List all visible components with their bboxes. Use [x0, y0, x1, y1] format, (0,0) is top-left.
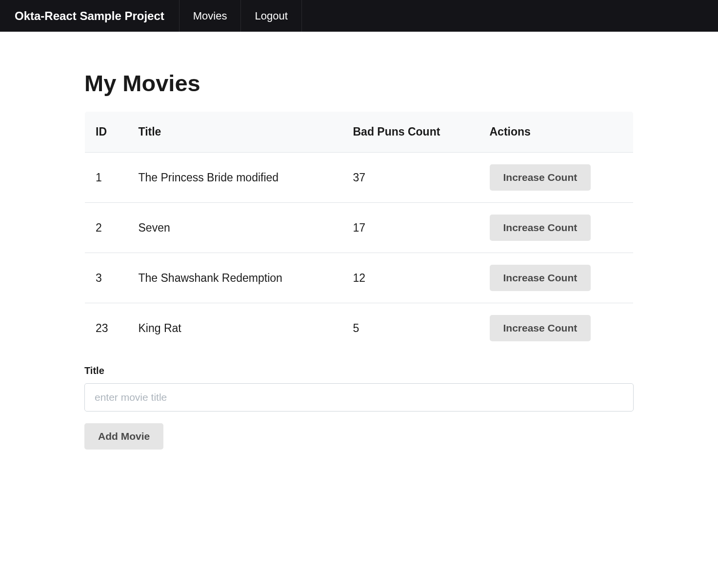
navbar-brand[interactable]: Okta-React Sample Project [0, 0, 180, 32]
cell-title: Seven [129, 203, 343, 253]
header-count: Bad Puns Count [343, 112, 480, 153]
page-title: My Movies [84, 70, 634, 97]
table-row: 1 The Princess Bride modified 37 Increas… [85, 153, 634, 203]
nav-link-movies[interactable]: Movies [180, 0, 241, 32]
title-label: Title [84, 365, 634, 376]
header-actions: Actions [480, 112, 634, 153]
cell-actions: Increase Count [480, 153, 634, 203]
cell-actions: Increase Count [480, 303, 634, 353]
table-header-row: ID Title Bad Puns Count Actions [85, 112, 634, 153]
cell-title: The Shawshank Redemption [129, 253, 343, 303]
increase-count-button[interactable]: Increase Count [490, 315, 591, 341]
nav-link-logout[interactable]: Logout [241, 0, 301, 32]
table-row: 3 The Shawshank Redemption 12 Increase C… [85, 253, 634, 303]
header-title: Title [129, 112, 343, 153]
increase-count-button[interactable]: Increase Count [490, 265, 591, 291]
increase-count-button[interactable]: Increase Count [490, 164, 591, 191]
cell-title: The Princess Bride modified [129, 153, 343, 203]
table-body: 1 The Princess Bride modified 37 Increas… [85, 153, 634, 353]
cell-actions: Increase Count [480, 203, 634, 253]
movies-table: ID Title Bad Puns Count Actions 1 The Pr… [84, 111, 634, 353]
cell-id: 23 [85, 303, 129, 353]
cell-count: 37 [343, 153, 480, 203]
title-input[interactable] [84, 383, 634, 412]
add-movie-button[interactable]: Add Movie [84, 423, 163, 450]
cell-title: King Rat [129, 303, 343, 353]
table-row: 23 King Rat 5 Increase Count [85, 303, 634, 353]
increase-count-button[interactable]: Increase Count [490, 215, 591, 241]
main-container: My Movies ID Title Bad Puns Count Action… [74, 70, 644, 450]
cell-count: 5 [343, 303, 480, 353]
cell-id: 2 [85, 203, 129, 253]
add-movie-form: Title Add Movie [84, 365, 634, 450]
cell-id: 3 [85, 253, 129, 303]
table-row: 2 Seven 17 Increase Count [85, 203, 634, 253]
cell-count: 12 [343, 253, 480, 303]
cell-count: 17 [343, 203, 480, 253]
navbar: Okta-React Sample Project Movies Logout [0, 0, 718, 32]
cell-id: 1 [85, 153, 129, 203]
header-id: ID [85, 112, 129, 153]
cell-actions: Increase Count [480, 253, 634, 303]
